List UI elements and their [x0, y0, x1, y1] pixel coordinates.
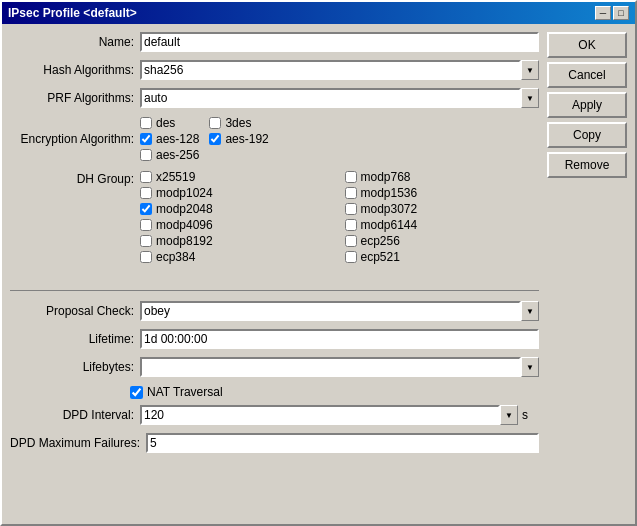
dh-modp4096-item: modp4096 [140, 218, 335, 232]
dpd-interval-label: DPD Interval: [10, 408, 140, 422]
enc-3des-checkbox[interactable] [209, 117, 221, 129]
dh-modp8192-label: modp8192 [156, 234, 213, 248]
name-label: Name: [10, 35, 140, 49]
dh-modp4096-checkbox[interactable] [140, 219, 152, 231]
prf-label: PRF Algorithms: [10, 91, 140, 105]
dpd-max-label: DPD Maximum Failures: [10, 436, 146, 450]
lifebytes-label: Lifebytes: [10, 360, 140, 374]
prf-row: PRF Algorithms: ▼ [10, 88, 539, 108]
lifetime-label: Lifetime: [10, 332, 140, 346]
enc-aes128-checkbox[interactable] [140, 133, 152, 145]
encryption-checkboxes: des 3des aes-128 aes-192 [140, 116, 539, 162]
lifebytes-row: Lifebytes: ▼ [10, 357, 539, 377]
dh-modp3072-checkbox[interactable] [345, 203, 357, 215]
hash-select-wrapper: ▼ [140, 60, 539, 80]
encryption-row: Encryption Algorithm: des 3des [10, 116, 539, 162]
dpd-unit: s [522, 408, 528, 422]
hash-input[interactable] [140, 60, 521, 80]
enc-aes256-item: aes-256 [140, 148, 199, 162]
window-title: IPsec Profile <default> [8, 6, 137, 20]
dh-modp1536-label: modp1536 [361, 186, 418, 200]
main-window: IPsec Profile <default> ─ □ Name: Hash A… [0, 0, 637, 526]
dpd-interval-input[interactable] [140, 405, 500, 425]
lifetime-input[interactable] [140, 329, 539, 349]
main-panel: Name: Hash Algorithms: ▼ PRF Algorithms:… [10, 32, 539, 516]
dpd-interval-row: DPD Interval: ▼ s [10, 405, 539, 425]
enc-3des-label: 3des [225, 116, 251, 130]
dh-modp3072-label: modp3072 [361, 202, 418, 216]
enc-aes192-checkbox[interactable] [209, 133, 221, 145]
hash-label: Hash Algorithms: [10, 63, 140, 77]
dh-modp1536-checkbox[interactable] [345, 187, 357, 199]
dh-modp6144-checkbox[interactable] [345, 219, 357, 231]
hash-row: Hash Algorithms: ▼ [10, 60, 539, 80]
dh-modp2048-label: modp2048 [156, 202, 213, 216]
title-controls: ─ □ [595, 6, 629, 20]
nat-checkbox[interactable] [130, 386, 143, 399]
title-bar: IPsec Profile <default> ─ □ [2, 2, 635, 24]
dh-ecp384-item: ecp384 [140, 250, 335, 264]
proposal-select-wrapper: ▼ [140, 301, 539, 321]
hash-dropdown-arrow[interactable]: ▼ [521, 60, 539, 80]
name-input[interactable] [140, 32, 539, 52]
dh-modp6144-label: modp6144 [361, 218, 418, 232]
enc-3des-item: 3des [209, 116, 268, 130]
dh-x25519-label: x25519 [156, 170, 195, 184]
dh-modp1024-item: modp1024 [140, 186, 335, 200]
enc-aes192-item: aes-192 [209, 132, 268, 146]
prf-input[interactable] [140, 88, 521, 108]
dpd-interval-arrow[interactable]: ▼ [500, 405, 518, 425]
lifebytes-dropdown-arrow[interactable]: ▼ [521, 357, 539, 377]
dh-ecp256-checkbox[interactable] [345, 235, 357, 247]
remove-button[interactable]: Remove [547, 152, 627, 178]
enc-aes128-label: aes-128 [156, 132, 199, 146]
proposal-row: Proposal Check: ▼ [10, 301, 539, 321]
dh-modp4096-label: modp4096 [156, 218, 213, 232]
dh-modp2048-checkbox[interactable] [140, 203, 152, 215]
encryption-label: Encryption Algorithm: [10, 132, 140, 146]
dpd-max-row: DPD Maximum Failures: [10, 433, 539, 453]
dh-ecp256-item: ecp256 [345, 234, 540, 248]
name-row: Name: [10, 32, 539, 52]
dh-modp1024-checkbox[interactable] [140, 187, 152, 199]
proposal-input[interactable] [140, 301, 521, 321]
cancel-button[interactable]: Cancel [547, 62, 627, 88]
side-buttons: OK Cancel Apply Copy Remove [547, 32, 627, 516]
dh-modp8192-checkbox[interactable] [140, 235, 152, 247]
dh-row: DH Group: x25519 modp768 modp1024 [10, 170, 539, 264]
divider-1 [10, 290, 539, 291]
dh-checkboxes-grid: x25519 modp768 modp1024 modp1536 [140, 170, 539, 264]
nat-row: NAT Traversal [10, 385, 539, 399]
dh-modp768-checkbox[interactable] [345, 171, 357, 183]
apply-button[interactable]: Apply [547, 92, 627, 118]
enc-des-label: des [156, 116, 175, 130]
prf-dropdown-arrow[interactable]: ▼ [521, 88, 539, 108]
encryption-grid: des 3des aes-128 aes-192 [140, 116, 269, 162]
dh-ecp384-checkbox[interactable] [140, 251, 152, 263]
proposal-label: Proposal Check: [10, 304, 140, 318]
lifebytes-input[interactable] [140, 357, 521, 377]
dpd-max-input[interactable] [146, 433, 539, 453]
copy-button[interactable]: Copy [547, 122, 627, 148]
dh-ecp521-label: ecp521 [361, 250, 400, 264]
nat-label: NAT Traversal [147, 385, 223, 399]
dpd-interval-wrapper: ▼ s [140, 405, 528, 425]
minimize-button[interactable]: ─ [595, 6, 611, 20]
dh-modp2048-item: modp2048 [140, 202, 335, 216]
lifebytes-wrapper: ▼ [140, 357, 539, 377]
proposal-dropdown-arrow[interactable]: ▼ [521, 301, 539, 321]
dh-ecp521-checkbox[interactable] [345, 251, 357, 263]
maximize-button[interactable]: □ [613, 6, 629, 20]
dh-ecp384-label: ecp384 [156, 250, 195, 264]
dh-ecp256-label: ecp256 [361, 234, 400, 248]
ok-button[interactable]: OK [547, 32, 627, 58]
dh-modp1536-item: modp1536 [345, 186, 540, 200]
enc-aes192-label: aes-192 [225, 132, 268, 146]
dh-modp768-label: modp768 [361, 170, 411, 184]
enc-aes256-checkbox[interactable] [140, 149, 152, 161]
dh-x25519-checkbox[interactable] [140, 171, 152, 183]
enc-aes128-item: aes-128 [140, 132, 199, 146]
lifetime-row: Lifetime: [10, 329, 539, 349]
enc-aes256-label: aes-256 [156, 148, 199, 162]
enc-des-checkbox[interactable] [140, 117, 152, 129]
